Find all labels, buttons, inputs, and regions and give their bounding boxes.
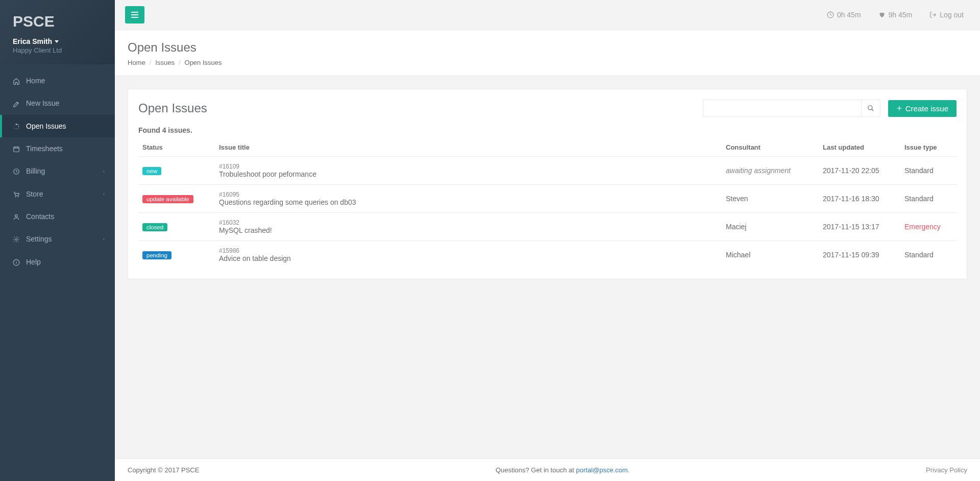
create-issue-button[interactable]: Create issue bbox=[888, 100, 957, 117]
issue-title: Advice on table design bbox=[219, 254, 718, 262]
sidebar-item-label: Billing bbox=[26, 167, 45, 175]
breadcrumb-open-issues: Open Issues bbox=[185, 59, 222, 66]
clock-icon bbox=[827, 11, 834, 18]
heart-icon bbox=[878, 11, 886, 18]
updated-cell: 2017-11-15 13:17 bbox=[819, 213, 900, 241]
main-area: 0h 45m 9h 45m Log out Open Issues Home/I… bbox=[115, 0, 980, 481]
logout-icon bbox=[929, 11, 937, 18]
sidebar-item-label: Help bbox=[26, 258, 41, 266]
footer: Copyright © 2017 PSCE Questions? Get in … bbox=[115, 459, 980, 481]
sidebar-nav: HomeNew IssueOpen IssuesTimesheetsBillin… bbox=[0, 69, 115, 273]
updated-cell: 2017-11-16 18:30 bbox=[819, 185, 900, 213]
svg-point-10 bbox=[15, 197, 16, 198]
user-icon bbox=[13, 212, 20, 221]
status-badge: pending bbox=[142, 251, 172, 259]
time-1-label: 0h 45m bbox=[837, 11, 861, 19]
type-cell: Emergency bbox=[900, 213, 957, 241]
sidebar-item-settings[interactable]: Settings‹ bbox=[0, 228, 115, 250]
issue-id: #16095 bbox=[219, 191, 718, 198]
svg-point-12 bbox=[15, 214, 18, 217]
svg-point-4 bbox=[16, 129, 17, 130]
footer-email-link[interactable]: portal@psce.com bbox=[576, 466, 628, 474]
sidebar-item-label: Store bbox=[26, 190, 43, 198]
found-count: Found 4 issues. bbox=[138, 126, 957, 134]
issue-title: Trobuleshoot poor peformance bbox=[219, 170, 718, 178]
user-org-label: Happy Client Ltd bbox=[13, 46, 102, 54]
home-icon bbox=[13, 77, 20, 85]
table-row[interactable]: closed#16032MySQL crashed!Maciej2017-11-… bbox=[138, 213, 957, 241]
issues-panel: Open Issues Create issue Found 4 issues. bbox=[128, 89, 967, 279]
svg-point-2 bbox=[18, 126, 19, 127]
caret-down-icon bbox=[55, 40, 59, 43]
user-name-label: Erica Smith bbox=[13, 37, 52, 45]
table-row[interactable]: pending#15986Advice on table designMicha… bbox=[138, 241, 957, 269]
type-cell: Standard bbox=[900, 185, 957, 213]
table-body: new#16109Trobuleshoot poor peformanceawa… bbox=[138, 157, 957, 269]
sidebar-item-help[interactable]: Help bbox=[0, 250, 115, 273]
page-heading: Open Issues Home/Issues/Open Issues bbox=[115, 30, 980, 76]
topbar: 0h 45m 9h 45m Log out bbox=[115, 0, 980, 30]
panel-head: Open Issues Create issue bbox=[138, 100, 957, 117]
time-2-label: 9h 45m bbox=[889, 11, 913, 19]
sidebar-header: PSCE Erica Smith Happy Client Ltd bbox=[0, 0, 115, 64]
column-consultant: Consultant bbox=[722, 138, 819, 157]
sidebar-item-label: Home bbox=[26, 77, 45, 85]
column-issue-type: Issue type bbox=[900, 138, 957, 157]
cart-icon bbox=[13, 189, 20, 198]
sidebar-item-label: New Issue bbox=[26, 99, 59, 107]
page-title: Open Issues bbox=[128, 40, 967, 55]
updated-cell: 2017-11-20 22:05 bbox=[819, 157, 900, 185]
sidebar-item-new-issue[interactable]: New Issue bbox=[0, 92, 115, 114]
table-row[interactable]: new#16109Trobuleshoot poor peformanceawa… bbox=[138, 157, 957, 185]
table-header-row: StatusIssue titleConsultantLast updatedI… bbox=[138, 138, 957, 157]
sidebar-item-billing[interactable]: Billing‹ bbox=[0, 160, 115, 182]
svg-point-16 bbox=[868, 106, 872, 110]
search-input[interactable] bbox=[703, 100, 861, 117]
sidebar-item-timesheets[interactable]: Timesheets bbox=[0, 137, 115, 160]
sidebar-item-store[interactable]: Store‹ bbox=[0, 182, 115, 205]
sidebar-item-label: Timesheets bbox=[26, 145, 63, 153]
sidebar-toggle-button[interactable] bbox=[125, 6, 144, 23]
sidebar-item-label: Contacts bbox=[26, 212, 54, 221]
edit-icon bbox=[13, 99, 20, 107]
info-icon bbox=[13, 257, 20, 266]
create-issue-label: Create issue bbox=[905, 104, 948, 113]
clock-icon bbox=[13, 167, 20, 175]
brand-logo: PSCE bbox=[13, 13, 102, 30]
svg-point-11 bbox=[18, 197, 19, 198]
logout-link[interactable]: Log out bbox=[923, 11, 970, 19]
status-badge: closed bbox=[142, 223, 167, 231]
spinner-icon bbox=[13, 122, 20, 130]
type-cell: Standard bbox=[900, 157, 957, 185]
sidebar-item-home[interactable]: Home bbox=[0, 69, 115, 92]
table-row[interactable]: update available#16095Questions regardin… bbox=[138, 185, 957, 213]
chevron-left-icon: ‹ bbox=[103, 236, 105, 242]
type-cell: Standard bbox=[900, 241, 957, 269]
breadcrumb: Home/Issues/Open Issues bbox=[128, 59, 967, 66]
svg-point-5 bbox=[14, 128, 15, 129]
issue-id: #16109 bbox=[219, 163, 718, 170]
updated-cell: 2017-11-15 09:39 bbox=[819, 241, 900, 269]
content: Open Issues Create issue Found 4 issues. bbox=[115, 76, 980, 459]
consultant-cell: Steven bbox=[722, 185, 819, 213]
consultant-cell: Maciej bbox=[722, 213, 819, 241]
breadcrumb-home[interactable]: Home bbox=[128, 59, 145, 66]
svg-rect-8 bbox=[14, 147, 19, 152]
user-dropdown[interactable]: Erica Smith bbox=[13, 37, 102, 45]
privacy-link[interactable]: Privacy Policy bbox=[926, 466, 967, 474]
sidebar-item-open-issues[interactable]: Open Issues bbox=[0, 115, 115, 137]
column-status: Status bbox=[138, 138, 215, 157]
sidebar-item-label: Settings bbox=[26, 235, 52, 243]
column-last-updated: Last updated bbox=[819, 138, 900, 157]
sidebar-item-contacts[interactable]: Contacts bbox=[0, 205, 115, 228]
breadcrumb-issues[interactable]: Issues bbox=[155, 59, 175, 66]
svg-point-7 bbox=[14, 125, 15, 125]
hamburger-icon bbox=[131, 12, 138, 18]
plus-icon bbox=[896, 105, 902, 111]
time-counter-2[interactable]: 9h 45m bbox=[872, 11, 919, 19]
time-counter-1[interactable]: 0h 45m bbox=[821, 11, 867, 19]
issue-title: MySQL crashed! bbox=[219, 226, 718, 234]
gear-icon bbox=[13, 235, 20, 243]
search-button[interactable] bbox=[861, 100, 880, 117]
calendar-icon bbox=[13, 145, 20, 153]
